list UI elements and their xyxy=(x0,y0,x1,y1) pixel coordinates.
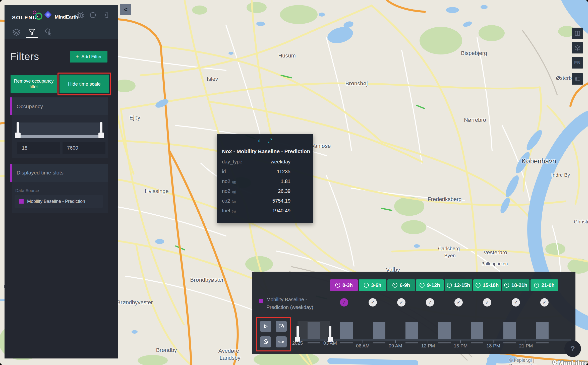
3d-view-button[interactable] xyxy=(572,42,583,53)
solenix-logo: SOLENIX xyxy=(12,15,39,21)
reset-clock-icon xyxy=(262,339,269,345)
page-title: Filters xyxy=(10,51,39,62)
occupancy-min-input[interactable] xyxy=(17,142,60,154)
tooltip-field-value: weekday xyxy=(271,159,290,165)
occupancy-title: Occupancy xyxy=(17,103,43,109)
play-button[interactable] xyxy=(260,321,271,332)
occupancy-slider-knob-max[interactable] xyxy=(98,133,104,138)
tooltip-field-value: 5754.19 xyxy=(272,198,290,204)
time-slot-button[interactable]: 9-12h xyxy=(416,279,444,291)
tick-label: 09 AM xyxy=(389,343,402,348)
timeslots-panel-header[interactable]: Displayed time slots xyxy=(12,164,108,182)
time-window-button[interactable] xyxy=(276,336,287,347)
time-slot-button[interactable]: 15-18h xyxy=(473,279,501,291)
time-slot-button[interactable]: 18-21h xyxy=(502,279,530,291)
map-place-label: Ballonparken xyxy=(481,261,508,267)
time-slot-button[interactable]: 12-15h xyxy=(445,279,472,291)
clock-icon xyxy=(504,283,509,288)
split-map-button[interactable] xyxy=(572,28,583,39)
time-slot-button[interactable]: 6-9h xyxy=(387,279,415,291)
time-slot-checkbox[interactable]: ✓ xyxy=(369,298,377,307)
time-slot-checkbox[interactable]: ✓ xyxy=(340,298,348,307)
tick-label: 2025 xyxy=(292,340,303,346)
speed-button[interactable] xyxy=(276,321,287,332)
maplibre-pin-icon xyxy=(552,360,557,365)
tooltip-field-value: 11235 xyxy=(277,169,290,174)
legend-dataset-line2: Prediction (weekday) xyxy=(266,303,313,311)
check-icon: ✓ xyxy=(371,300,375,305)
occupancy-slider-track[interactable] xyxy=(18,135,101,138)
cube-3d-icon xyxy=(574,45,581,51)
tooltip-field-label: day_type xyxy=(222,159,242,165)
data-source-row[interactable]: Mobility Baseline - Prediction xyxy=(15,195,103,208)
map-place-label: Husum xyxy=(278,52,296,59)
timeline-histogram-bar xyxy=(308,322,320,340)
tab-interaction[interactable] xyxy=(45,28,53,36)
help-button[interactable]: ? xyxy=(564,340,581,357)
time-slot-checkbox[interactable]: ✓ xyxy=(397,298,405,307)
legend-color-swatch xyxy=(259,299,263,303)
add-filter-button[interactable]: + Add Filter xyxy=(70,51,107,63)
time-slot-checkbox[interactable]: ✓ xyxy=(483,298,491,307)
time-slot-checkbox[interactable]: ✓ xyxy=(454,298,463,307)
sidebar: SOLENIX MindEarth xyxy=(5,5,118,358)
tooltip-field-unit: (g) xyxy=(232,200,236,203)
time-slot-checkbox[interactable]: ✓ xyxy=(512,298,520,307)
tooltip-expand-icon[interactable] xyxy=(267,138,272,143)
attribution-text[interactable]: © kepler.gl | Basemap by: xyxy=(509,357,550,365)
check-icon: ✓ xyxy=(485,300,489,305)
map-place-label: Byen xyxy=(444,253,456,259)
timeline-tick: 2025 xyxy=(292,340,303,346)
check-icon: ✓ xyxy=(543,300,546,305)
sidebar-collapse-button[interactable]: < xyxy=(120,4,131,15)
tick-mark xyxy=(395,340,396,343)
time-slot-checkbox[interactable]: ✓ xyxy=(426,298,434,307)
split-map-icon xyxy=(574,30,581,37)
map-legend-button[interactable] xyxy=(572,73,583,85)
tooltip-back-icon[interactable]: ‹ xyxy=(258,138,260,143)
info-icon[interactable] xyxy=(89,12,97,20)
bug-report-icon[interactable] xyxy=(76,11,84,19)
timeline-tick: 21 PM xyxy=(519,340,533,349)
time-slot-button[interactable]: 0-3h xyxy=(330,279,358,291)
tooltip-field-label: fuel xyxy=(222,208,230,214)
exit-logout-icon[interactable] xyxy=(102,12,110,20)
map-place-label: Carlsberg xyxy=(438,246,460,252)
tick-mark xyxy=(428,340,428,343)
time-slot-button[interactable]: 3-6h xyxy=(359,279,386,291)
map-place-label: Vanløse xyxy=(311,143,331,149)
tooltip-row: co2 (g) 5754.19 xyxy=(217,198,313,208)
check-icon: ✓ xyxy=(399,300,403,305)
timeline-histogram-bar xyxy=(405,322,418,340)
hide-time-scale-button[interactable]: Hide time scale xyxy=(60,75,109,93)
tab-layers[interactable] xyxy=(12,28,21,36)
timeline-tick: 15 PM xyxy=(454,340,468,349)
map-place-label: Hvissinge xyxy=(145,188,168,195)
remove-occupancy-filter-button[interactable]: Remove occupancy filter xyxy=(11,75,57,93)
timeline-tick: 18 PM xyxy=(487,340,500,349)
reset-time-button[interactable] xyxy=(260,336,271,347)
maplibre-link[interactable]: MapLibre xyxy=(552,359,588,365)
active-tab-underline xyxy=(26,37,38,38)
check-icon: ✓ xyxy=(342,300,346,305)
occupancy-panel-header[interactable]: Occupancy xyxy=(12,97,108,115)
tooltip-row: no2 (g) 26.39 xyxy=(217,188,313,198)
maplibre-label: MapLibre xyxy=(558,359,588,365)
legend-dataset-line1: Mobility Baseline - xyxy=(266,296,307,303)
timeline-tick: 03 AM xyxy=(323,340,337,346)
occupancy-slider-knob-min[interactable] xyxy=(15,133,21,138)
language-button[interactable]: EN xyxy=(572,57,583,69)
map-place-label: Avedøre xyxy=(218,348,239,354)
tooltip-row: id 11235 xyxy=(217,169,313,178)
tab-filters[interactable] xyxy=(28,28,36,36)
map-place-label: Brønshøj xyxy=(345,80,368,87)
tick-mark xyxy=(493,340,494,343)
legend-list-icon xyxy=(574,76,581,82)
map-place-label: Indre By xyxy=(551,172,570,178)
time-slot-checkbox[interactable]: ✓ xyxy=(540,298,549,307)
tick-mark xyxy=(363,340,363,343)
mindearth-logo: MindEarth xyxy=(55,14,78,20)
occupancy-max-input[interactable] xyxy=(63,142,105,154)
time-slot-button[interactable]: 21-0h xyxy=(531,279,558,291)
app-window: Husum Bispebjerg Islev Brønshøj Østerbro… xyxy=(0,0,588,365)
